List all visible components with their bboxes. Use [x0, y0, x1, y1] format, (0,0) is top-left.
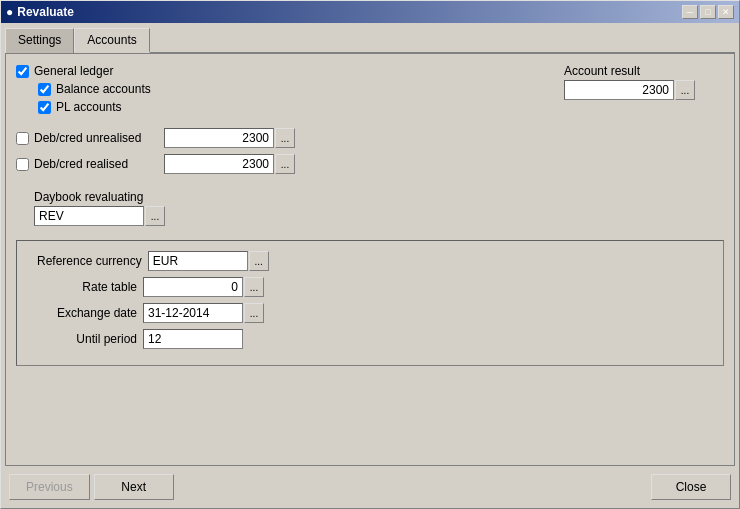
pl-accounts-checkbox[interactable] [38, 101, 51, 114]
tab-settings[interactable]: Settings [5, 28, 74, 53]
window-title: Revaluate [17, 5, 74, 19]
tab-bar: Settings Accounts [5, 27, 735, 54]
reference-currency-label: Reference currency [37, 254, 142, 268]
general-ledger-label: General ledger [34, 64, 113, 78]
title-bar: ● Revaluate ─ □ ✕ [1, 1, 739, 23]
general-ledger-checkbox[interactable] [16, 65, 29, 78]
deb-cred-realised-label: Deb/cred realised [34, 157, 164, 171]
rate-table-browse-button[interactable]: ... [244, 277, 264, 297]
balance-accounts-label: Balance accounts [56, 82, 151, 96]
pl-accounts-row: PL accounts [38, 100, 564, 114]
account-result-input[interactable] [564, 80, 674, 100]
account-result-browse-button[interactable]: ... [675, 80, 695, 100]
title-buttons: ─ □ ✕ [682, 5, 734, 19]
rate-table-input[interactable] [143, 277, 243, 297]
general-ledger-row: General ledger [16, 64, 564, 78]
reference-currency-browse-button[interactable]: ... [249, 251, 269, 271]
exchange-date-row: Exchange date ... [37, 303, 703, 323]
deb-cred-unrealised-checkbox[interactable] [16, 132, 29, 145]
previous-button[interactable]: Previous [9, 474, 90, 500]
until-period-label: Until period [37, 332, 137, 346]
deb-cred-realised-checkbox[interactable] [16, 158, 29, 171]
balance-accounts-row: Balance accounts [38, 82, 564, 96]
close-button[interactable]: Close [651, 474, 731, 500]
nav-buttons: Previous Next [9, 474, 174, 500]
window-content: Settings Accounts General ledger Balanc [1, 23, 739, 508]
window-close-button[interactable]: ✕ [718, 5, 734, 19]
daybook-field-row: ... [34, 206, 724, 226]
bottom-bar: Previous Next Close [5, 466, 735, 504]
rate-table-row: Rate table ... [37, 277, 703, 297]
main-area: General ledger Balance accounts PL accou… [5, 54, 735, 466]
account-result-label: Account result [564, 64, 640, 78]
balance-accounts-checkbox[interactable] [38, 83, 51, 96]
main-window: ● Revaluate ─ □ ✕ Settings Accounts [0, 0, 740, 509]
deb-cred-section: Deb/cred unrealised ... Deb/cred realise… [16, 128, 724, 180]
checkboxes-area: General ledger Balance accounts PL accou… [16, 64, 564, 118]
maximize-button[interactable]: □ [700, 5, 716, 19]
daybook-section: Daybook revaluating ... [34, 190, 724, 226]
daybook-browse-button[interactable]: ... [145, 206, 165, 226]
unrealised-input[interactable] [164, 128, 274, 148]
daybook-label: Daybook revaluating [34, 190, 724, 204]
realised-input[interactable] [164, 154, 274, 174]
until-period-input[interactable] [143, 329, 243, 349]
reference-currency-input[interactable] [148, 251, 248, 271]
currency-box: Reference currency ... Rate table ... Ex… [16, 240, 724, 366]
unrealised-browse-button[interactable]: ... [275, 128, 295, 148]
exchange-date-input[interactable] [143, 303, 243, 323]
account-result-area: Account result ... [564, 64, 724, 118]
next-button[interactable]: Next [94, 474, 174, 500]
unrealised-row: Deb/cred unrealised ... [16, 128, 724, 148]
account-result-field-row: ... [564, 80, 695, 100]
title-bar-left: ● Revaluate [6, 5, 74, 19]
realised-browse-button[interactable]: ... [275, 154, 295, 174]
top-section: General ledger Balance accounts PL accou… [16, 64, 724, 118]
until-period-row: Until period [37, 329, 703, 349]
daybook-input[interactable] [34, 206, 144, 226]
rate-table-label: Rate table [37, 280, 137, 294]
pl-accounts-label: PL accounts [56, 100, 122, 114]
app-icon: ● [6, 5, 13, 19]
exchange-date-browse-button[interactable]: ... [244, 303, 264, 323]
exchange-date-label: Exchange date [37, 306, 137, 320]
minimize-button[interactable]: ─ [682, 5, 698, 19]
deb-cred-unrealised-label: Deb/cred unrealised [34, 131, 164, 145]
reference-currency-row: Reference currency ... [37, 251, 703, 271]
realised-row: Deb/cred realised ... [16, 154, 724, 174]
tab-accounts[interactable]: Accounts [74, 28, 149, 53]
